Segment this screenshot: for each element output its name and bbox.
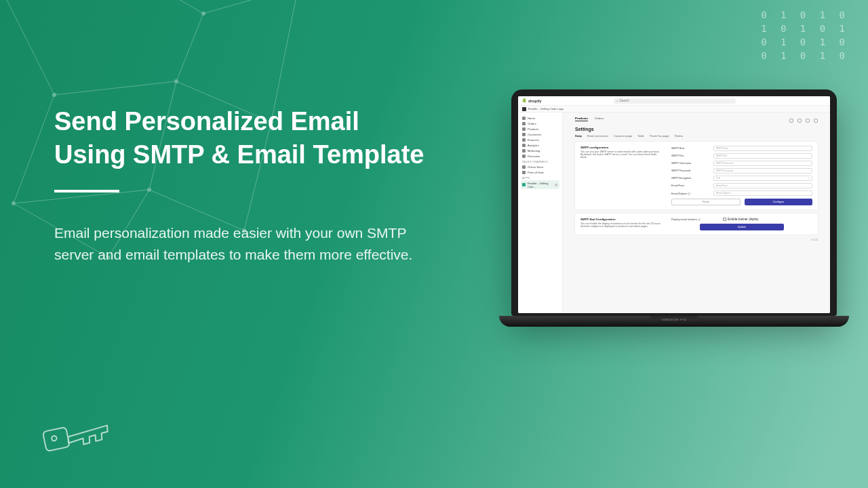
email-subject-input[interactable]: Email Subject [713,190,812,196]
sidebar-item-products[interactable]: Products [521,126,559,131]
main-panel: Products Orders Settings Smtp [563,113,830,313]
svg-line-8 [14,95,54,203]
app-screenshot: shopify ⌕Search Fordde – Selling Codes a… [518,96,830,313]
sidebar: Home Orders Products Customers Finances … [518,113,563,313]
smtp-host-input[interactable]: SMTP Host [713,146,812,151]
stat-desc: You can enable the display of statistics… [580,222,661,228]
help-icon[interactable] [806,119,810,123]
search-input[interactable]: ⌕Search [614,98,736,104]
version-label: v5.5.0 [575,239,818,241]
sidebar-pos[interactable]: Point of Sale [521,169,559,175]
tab-products[interactable]: Products [575,117,588,121]
settings-tabs: Smtp Email constructor Customer page Tab… [575,134,818,138]
svg-point-17 [201,12,205,16]
svg-line-2 [203,0,298,14]
subtab-smtp[interactable]: Smtp [575,134,582,138]
svg-line-5 [176,14,203,81]
svg-point-27 [51,435,57,441]
smtp-config-card: SMTP configuration You can use your SMTP… [575,142,818,209]
hero-block: Send Personalized Email Using SMTP & Ema… [54,105,434,266]
smtp-enc-label: SMTP Encryption [671,177,709,180]
update-button[interactable]: Update [700,224,785,230]
shopify-logo: shopify [522,98,542,103]
subtab-orders[interactable]: Orders [675,134,683,138]
sidebar-online-store[interactable]: Online Store [521,164,559,169]
svg-line-4 [54,81,176,95]
announce-icon[interactable] [789,119,793,123]
sidebar-item-orders[interactable]: Orders [521,121,559,126]
laptop-base: MacBook Pro [499,316,849,327]
stat-heading: SMTP Stat Configuration [580,218,662,221]
email-subject-label: Email Subject ⓘ [671,192,709,195]
sidebar-item-analytics[interactable]: Analytics [521,142,559,148]
hero-subtitle: Email personalization made easier with y… [54,222,434,266]
sidebar-item-discounts[interactable]: Discounts [521,153,559,159]
sales-channels-label: Sales channels [522,161,559,163]
smtp-port-input[interactable]: SMTP Port [713,153,812,159]
svg-point-20 [174,79,178,83]
gear-icon[interactable] [814,119,818,123]
svg-point-19 [52,93,56,97]
laptop-mockup: shopify ⌕Search Fordde – Selling Codes a… [511,89,837,327]
smtp-user-input[interactable]: SMTP Username [713,161,812,166]
sidebar-item-marketing[interactable]: Marketing [521,148,559,153]
key-icon [41,419,115,460]
binary-digits: 0 1 0 1 0 1 0 1 0 1 0 1 0 1 0 0 1 0 1 0 [761,8,849,62]
subtab-table[interactable]: Table [637,134,644,138]
subtab-thankyou[interactable]: Thank You page [650,134,669,138]
smtp-heading: SMTP configuration [580,146,662,149]
svg-point-22 [12,201,16,205]
app-tabs: Products Orders [575,117,604,121]
page-title: Settings [575,127,818,131]
divider [54,190,119,192]
refresh-icon[interactable] [797,119,802,123]
topbar: shopify ⌕Search [518,96,830,106]
hero-title: Send Personalized Email Using SMTP & Ema… [54,105,434,172]
smtp-pass-input[interactable]: SMTP Password [713,168,812,174]
display-stats-label: Display email statistics ⓘ [671,218,719,221]
app-action-icons [789,117,818,124]
svg-line-1 [122,0,203,14]
smtp-pass-label: SMTP Password [671,169,709,172]
smtp-desc: You can use your SMTP server to send ema… [580,150,660,159]
breadcrumb: Fordde – Selling Codes app [518,106,830,113]
reset-button[interactable]: Reset [671,199,741,205]
subtab-customer-page[interactable]: Customer page [614,134,632,138]
apps-label: Apps [522,177,559,180]
sidebar-app-fordde[interactable]: Fordde – Selling Cod…1 [521,180,559,189]
smtp-port-label: SMTP Port [671,155,709,157]
email-from-input[interactable]: Email From [713,183,812,188]
svg-line-7 [271,0,298,122]
smtp-enc-select[interactable]: TLS▾ [713,176,812,181]
svg-line-3 [0,0,54,95]
smtp-user-label: SMTP Username [671,162,709,165]
subtab-email-constructor[interactable]: Email constructor [587,134,608,138]
email-from-label: Email From [671,184,709,187]
smtp-host-label: SMTP Host [671,147,709,150]
sidebar-item-customers[interactable]: Customers [521,131,559,137]
sidebar-item-home[interactable]: Home [521,115,559,121]
tab-orders[interactable]: Orders [595,117,604,121]
sidebar-item-finances[interactable]: Finances [521,137,559,142]
configure-button[interactable]: Configure [745,199,812,205]
enable-banner-checkbox[interactable]: Enable banner display [723,218,758,221]
smtp-stat-card: SMTP Stat Configuration You can enable t… [575,214,818,235]
